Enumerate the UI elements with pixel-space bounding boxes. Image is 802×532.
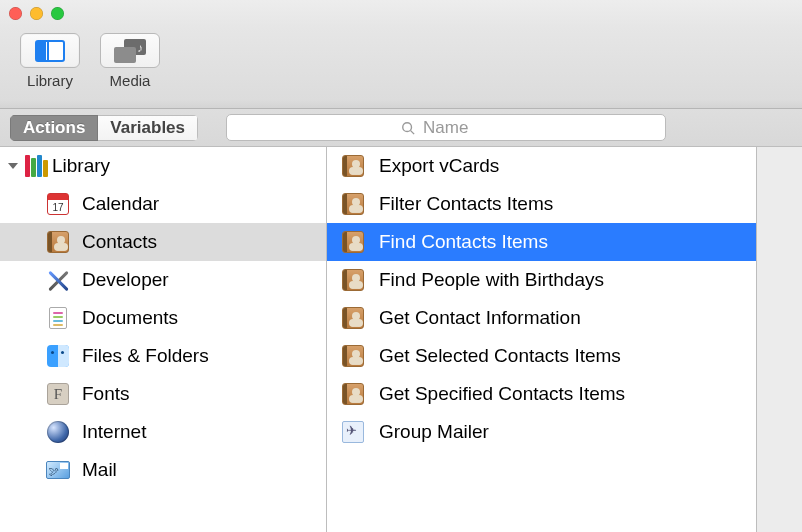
action-item-label: Export vCards bbox=[379, 155, 499, 177]
calendar-icon bbox=[46, 192, 70, 216]
library-icon bbox=[35, 40, 65, 62]
action-item-label: Find Contacts Items bbox=[379, 231, 548, 253]
library-tree: Library CalendarContactsDeveloperDocumen… bbox=[0, 147, 327, 532]
library-tool-button[interactable] bbox=[20, 33, 80, 68]
action-item-label: Group Mailer bbox=[379, 421, 489, 443]
contacts-icon bbox=[341, 306, 365, 330]
mail-icon: 🕊 bbox=[46, 458, 70, 482]
window-controls bbox=[9, 7, 64, 20]
action-item-label: Get Contact Information bbox=[379, 307, 581, 329]
media-tool-button[interactable]: ♪ bbox=[100, 33, 160, 68]
search-input[interactable] bbox=[421, 117, 491, 139]
search-field[interactable] bbox=[226, 114, 666, 141]
sidebar-item-contacts[interactable]: Contacts bbox=[0, 223, 326, 261]
contacts-icon bbox=[341, 230, 365, 254]
sidebar-item-label: Calendar bbox=[82, 193, 159, 215]
sidebar-item-internet[interactable]: Internet bbox=[0, 413, 326, 451]
sidebar-item-mail[interactable]: 🕊Mail bbox=[0, 451, 326, 489]
sidebar-item-documents[interactable]: Documents bbox=[0, 299, 326, 337]
library-tool-label: Library bbox=[10, 72, 90, 89]
action-item[interactable]: Group Mailer bbox=[327, 413, 756, 451]
finder-icon bbox=[46, 344, 70, 368]
contacts-icon bbox=[341, 382, 365, 406]
sidebar-item-label: Documents bbox=[82, 307, 178, 329]
disclosure-triangle-icon[interactable] bbox=[8, 163, 18, 169]
tab-actions[interactable]: Actions bbox=[10, 115, 98, 141]
titlebar bbox=[0, 0, 802, 27]
library-root-label: Library bbox=[52, 155, 110, 177]
content-area: Library CalendarContactsDeveloperDocumen… bbox=[0, 147, 802, 532]
action-item-label: Filter Contacts Items bbox=[379, 193, 553, 215]
tab-variables[interactable]: Variables bbox=[98, 115, 198, 141]
contacts-icon bbox=[341, 154, 365, 178]
library-tool[interactable]: Library bbox=[10, 33, 90, 89]
sidebar-item-fonts[interactable]: FFonts bbox=[0, 375, 326, 413]
action-item[interactable]: Export vCards bbox=[327, 147, 756, 185]
close-window-button[interactable] bbox=[9, 7, 22, 20]
sidebar-item-label: Internet bbox=[82, 421, 146, 443]
contacts-icon bbox=[341, 344, 365, 368]
internet-icon bbox=[46, 420, 70, 444]
zoom-window-button[interactable] bbox=[51, 7, 64, 20]
workflow-canvas[interactable] bbox=[757, 147, 802, 532]
media-icon: ♪ bbox=[114, 39, 146, 63]
contacts-icon bbox=[46, 230, 70, 254]
action-item[interactable]: Get Contact Information bbox=[327, 299, 756, 337]
svg-line-1 bbox=[411, 130, 415, 134]
library-root-row[interactable]: Library bbox=[0, 147, 326, 185]
contacts-icon bbox=[341, 268, 365, 292]
mailer-icon bbox=[341, 420, 365, 444]
action-item-label: Get Specified Contacts Items bbox=[379, 383, 625, 405]
action-item[interactable]: Find Contacts Items bbox=[327, 223, 756, 261]
fonts-icon: F bbox=[46, 382, 70, 406]
tabstrip: Actions Variables bbox=[0, 109, 802, 147]
sidebar-item-label: Developer bbox=[82, 269, 169, 291]
actions-list: Export vCardsFilter Contacts ItemsFind C… bbox=[327, 147, 757, 532]
action-item[interactable]: Get Specified Contacts Items bbox=[327, 375, 756, 413]
mode-segmented-control: Actions Variables bbox=[10, 115, 198, 141]
action-item[interactable]: Get Selected Contacts Items bbox=[327, 337, 756, 375]
action-item[interactable]: Find People with Birthdays bbox=[327, 261, 756, 299]
action-item-label: Get Selected Contacts Items bbox=[379, 345, 621, 367]
svg-point-0 bbox=[403, 122, 412, 131]
sidebar-item-label: Files & Folders bbox=[82, 345, 209, 367]
search-icon bbox=[401, 121, 415, 135]
action-item-label: Find People with Birthdays bbox=[379, 269, 604, 291]
library-books-icon bbox=[24, 154, 48, 178]
sidebar-item-label: Mail bbox=[82, 459, 117, 481]
developer-icon bbox=[46, 268, 70, 292]
toolbar: Library ♪ Media bbox=[0, 27, 802, 109]
documents-icon bbox=[46, 306, 70, 330]
contacts-icon bbox=[341, 192, 365, 216]
sidebar-item-developer[interactable]: Developer bbox=[0, 261, 326, 299]
sidebar-item-label: Contacts bbox=[82, 231, 157, 253]
action-item[interactable]: Filter Contacts Items bbox=[327, 185, 756, 223]
sidebar-item-label: Fonts bbox=[82, 383, 130, 405]
sidebar-item-files-folders[interactable]: Files & Folders bbox=[0, 337, 326, 375]
minimize-window-button[interactable] bbox=[30, 7, 43, 20]
media-tool-label: Media bbox=[90, 72, 170, 89]
sidebar-item-calendar[interactable]: Calendar bbox=[0, 185, 326, 223]
media-tool[interactable]: ♪ Media bbox=[90, 33, 170, 89]
